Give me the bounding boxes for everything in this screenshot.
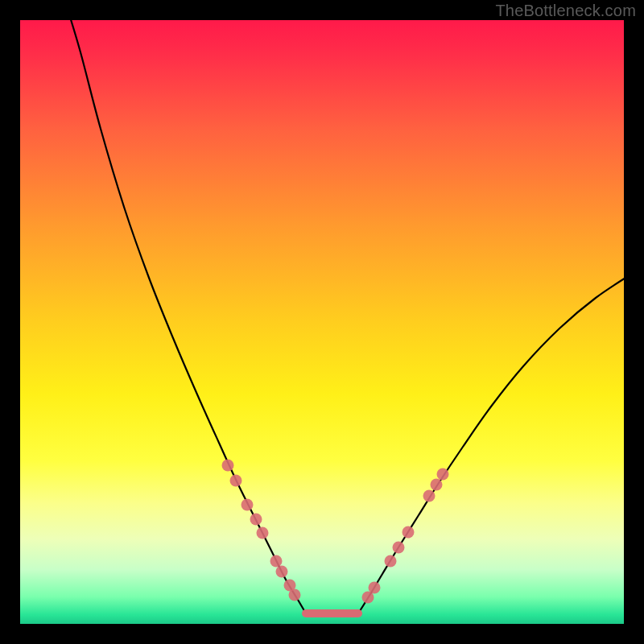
- background-gradient: [20, 20, 624, 624]
- watermark-text: TheBottleneck.com: [495, 2, 636, 20]
- chart-frame: TheBottleneck.com: [0, 0, 644, 644]
- plot-area: [20, 20, 624, 624]
- svg-rect-0: [20, 20, 624, 624]
